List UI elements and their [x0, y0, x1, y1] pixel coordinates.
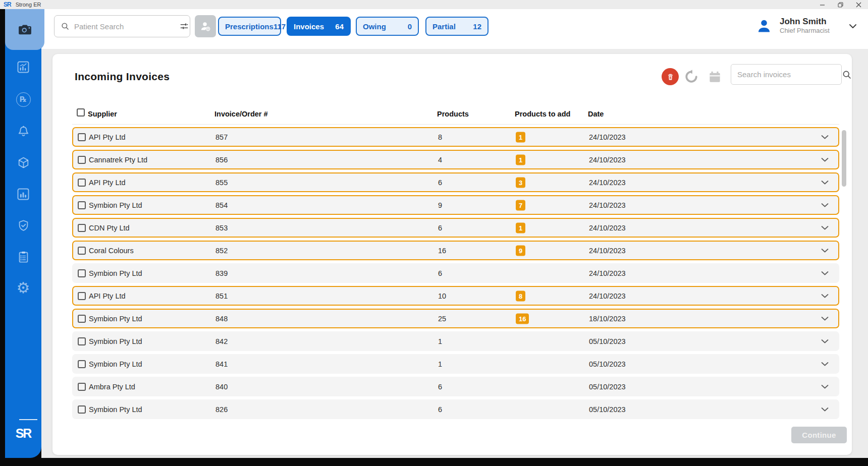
continue-button[interactable]: Continue [791, 427, 847, 443]
chevron-down-icon[interactable] [821, 225, 829, 230]
products-count-cell: 25 [438, 315, 446, 323]
date-cell: 18/10/2023 [589, 315, 626, 323]
patient-search-field[interactable] [54, 15, 190, 37]
invoice-number-cell: 841 [215, 360, 228, 368]
row-checkbox[interactable] [78, 179, 86, 187]
bar-chart-icon [16, 187, 30, 201]
chip-count: 12 [473, 22, 481, 31]
minimize-icon[interactable] [819, 1, 826, 8]
patient-search-input[interactable] [74, 22, 175, 31]
table-row[interactable]: Symbion Pty Ltd 841 1 05/10/2023 [72, 354, 839, 374]
table-row[interactable]: Symbion Pty Ltd 842 1 05/10/2023 [72, 331, 839, 351]
chevron-down-icon[interactable] [821, 362, 829, 366]
invoice-number-cell: 840 [215, 383, 228, 391]
table-row[interactable]: API Pty Ltd 855 6 3 24/10/2023 [72, 172, 839, 192]
chevron-down-icon[interactable] [821, 180, 829, 185]
table-row[interactable]: Symbion Pty Ltd 839 6 24/10/2023 [72, 263, 839, 283]
chevron-down-icon[interactable] [821, 407, 829, 412]
row-checkbox[interactable] [78, 315, 86, 323]
window-title: Strong ER [16, 2, 41, 8]
row-checkbox[interactable] [78, 405, 86, 414]
table-row[interactable]: Symbion Pty Ltd 848 25 16 18/10/2023 [72, 309, 839, 328]
sidebar-item-compliance[interactable] [5, 214, 41, 237]
sidebar-item-active[interactable] [5, 9, 44, 50]
delete-button[interactable] [662, 68, 679, 85]
date-cell: 24/10/2023 [589, 247, 626, 255]
products-to-add-badge: 9 [516, 245, 525, 256]
table-row[interactable]: CDN Pty Ltd 853 6 1 24/10/2023 [72, 218, 839, 238]
chevron-down-icon[interactable] [821, 339, 829, 343]
products-count-cell: 6 [438, 224, 442, 232]
sidebar-item-inventory[interactable] [5, 151, 41, 173]
row-checkbox[interactable] [78, 156, 86, 164]
sidebar-item-settings[interactable]: ⚙ [5, 277, 41, 299]
row-checkbox[interactable] [78, 360, 86, 368]
chevron-down-icon[interactable] [821, 384, 829, 389]
tab-partial[interactable]: Partial 12 [425, 17, 489, 36]
filter-tune-icon[interactable] [179, 21, 189, 31]
row-checkbox[interactable] [78, 383, 86, 391]
table-row[interactable]: Symbion Pty Ltd 854 9 7 24/10/2023 [72, 195, 839, 215]
row-checkbox[interactable] [78, 337, 86, 345]
chevron-down-icon[interactable] [821, 157, 829, 162]
invoice-search-field[interactable] [731, 64, 842, 85]
sidebar-item-reports[interactable] [5, 183, 41, 205]
search-icon [61, 22, 70, 31]
user-avatar-icon [755, 18, 773, 35]
row-checkbox[interactable] [78, 133, 86, 141]
table-row[interactable]: Cannatrek Pty Ltd 856 4 1 24/10/2023 [72, 150, 839, 169]
chevron-down-icon[interactable] [821, 294, 829, 298]
shield-check-icon [17, 219, 30, 232]
user-menu[interactable]: John Smith Chief Pharmacist [755, 17, 857, 35]
invoice-search-input[interactable] [737, 70, 838, 79]
sidebar-item-orders[interactable] [5, 246, 41, 268]
date-cell: 05/10/2023 [589, 383, 626, 391]
col-invoice-order: Invoice/Order # [214, 110, 268, 118]
products-count-cell: 6 [438, 383, 442, 391]
table-row[interactable]: Ambra Pty Ltd 840 6 05/10/2023 [72, 377, 839, 396]
close-icon[interactable] [855, 1, 862, 8]
maximize-restore-icon[interactable] [837, 1, 844, 8]
row-checkbox[interactable] [78, 247, 86, 255]
supplier-cell: Symbion Pty Ltd [89, 405, 142, 414]
tab-invoices[interactable]: Invoices 64 [287, 17, 351, 36]
supplier-cell: Cannatrek Pty Ltd [89, 156, 147, 164]
chevron-down-icon[interactable] [821, 248, 829, 253]
row-checkbox[interactable] [78, 201, 86, 209]
chip-label: Owing [363, 22, 386, 31]
supplier-cell: Symbion Pty Ltd [89, 269, 142, 277]
products-to-add-badge: 1 [516, 154, 525, 165]
sidebar-item-notifications[interactable] [5, 120, 41, 142]
sidebar-divider [19, 419, 37, 420]
incoming-invoices-panel: Incoming Invoices Supplier Invoice/Order… [52, 54, 852, 455]
window-controls [819, 0, 868, 9]
sidebar-item-prescriptions[interactable]: ℞ [5, 88, 41, 110]
chevron-down-icon[interactable] [821, 203, 829, 207]
calendar-button[interactable] [707, 70, 722, 84]
table-row[interactable]: Symbion Pty Ltd 826 6 05/10/2023 [72, 399, 839, 419]
chevron-down-icon[interactable] [821, 316, 829, 321]
tab-prescriptions[interactable]: Prescriptions 117 [218, 17, 281, 36]
table-row[interactable]: Coral Colours 852 16 9 24/10/2023 [72, 241, 839, 260]
header-divider [72, 124, 839, 125]
col-date: Date [588, 110, 604, 118]
row-checkbox[interactable] [78, 292, 86, 300]
chevron-down-icon[interactable] [821, 271, 829, 275]
app-logo-icon: SR [4, 1, 11, 8]
select-all-checkbox[interactable] [77, 108, 85, 116]
products-to-add-badge: 1 [516, 132, 525, 142]
table-row[interactable]: API Pty Ltd 857 8 1 24/10/2023 [72, 127, 839, 147]
chip-count: 117 [274, 22, 286, 31]
refresh-button[interactable] [684, 69, 699, 84]
row-checkbox[interactable] [78, 224, 86, 232]
table-row[interactable]: API Pty Ltd 851 10 8 24/10/2023 [72, 286, 839, 306]
chevron-down-icon[interactable] [821, 135, 829, 139]
row-checkbox[interactable] [78, 269, 86, 277]
supplier-cell: Symbion Pty Ltd [89, 315, 142, 323]
chip-label: Invoices [294, 22, 324, 31]
add-patient-button[interactable] [195, 15, 216, 37]
scrollbar-thumb[interactable] [842, 130, 846, 187]
date-cell: 24/10/2023 [589, 156, 626, 164]
tab-owing[interactable]: Owing 0 [356, 17, 419, 36]
sidebar-item-analytics[interactable] [5, 56, 41, 78]
